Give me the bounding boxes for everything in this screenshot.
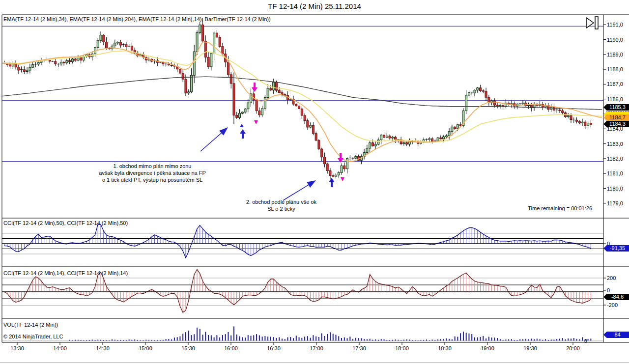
time-axis-label: 14:30: [92, 345, 114, 351]
time-axis-label: 16:00: [220, 345, 242, 351]
price-axis-label: 1179,0: [607, 200, 623, 206]
trade-note-1-line: o 1 tick utekl PT, výstup na posunutém S…: [59, 176, 246, 183]
trade-note-1-line: 1. obchod mimo plán mimo zonu: [59, 163, 246, 169]
time-axis-label: 16:30: [263, 345, 285, 351]
indicator-axis-label: 200: [607, 275, 616, 281]
time-axis-label: 15:30: [177, 345, 199, 351]
indicator-axis-label: 0: [607, 287, 610, 293]
price-axis-label: 1187,0: [607, 81, 623, 87]
price-axis-label: 1189,0: [607, 52, 623, 57]
price-axis-label: 1183,0: [607, 141, 623, 147]
replay-icon[interactable]: [586, 17, 598, 29]
trade-note-2: 2. obchod podle plánu vše ok SL o 2 tick…: [226, 198, 337, 212]
value-badge: 1184,3: [603, 121, 629, 127]
value-badge: 84: [603, 332, 629, 338]
trade-note-2-line: 2. obchod podle plánu vše ok: [226, 198, 337, 205]
price-axis-label: 1180,0: [607, 186, 623, 192]
indicator-axis-label: -200: [607, 302, 618, 308]
value-badge: -91,35: [603, 245, 629, 252]
trade-note-2-line: SL o 2 ticky: [226, 205, 337, 212]
trade-note-1: 1. obchod mimo plán mimo zonu avšak byla…: [59, 163, 246, 183]
time-axis-label: 14:00: [49, 345, 71, 351]
time-axis-label: 19:00: [477, 345, 498, 351]
price-axis-label: 1190,0: [607, 37, 623, 43]
value-badge: 1184,7: [603, 114, 629, 121]
trade-note-1-line: avšak byla divergence i pěkná situace na…: [59, 169, 246, 176]
price-axis-label: 1186,0: [607, 96, 623, 102]
time-axis-label: 19:30: [519, 345, 541, 351]
time-axis-label: 17:00: [306, 345, 327, 351]
price-axis-label: 1182,0: [607, 156, 623, 162]
time-axis-label: 13:30: [6, 345, 28, 351]
value-badge: -84,6: [603, 294, 629, 300]
time-axis-label: 15:00: [135, 345, 156, 351]
price-axis-label: 1188,0: [607, 66, 623, 72]
price-axis-label: 1191,0: [607, 22, 623, 28]
time-axis-label: 20:00: [562, 345, 584, 351]
time-axis-label: 18:00: [391, 345, 413, 351]
ninjatrader-chart-window: TF 12-14 (2 Min) 25.11.2014 EMA(TF 12-14…: [0, 0, 629, 364]
time-axis-label: 17:30: [348, 345, 370, 351]
value-badge: 1185,3: [603, 104, 629, 111]
price-axis-label: 1181,0: [607, 170, 623, 176]
time-axis-label: 18:30: [434, 345, 456, 351]
